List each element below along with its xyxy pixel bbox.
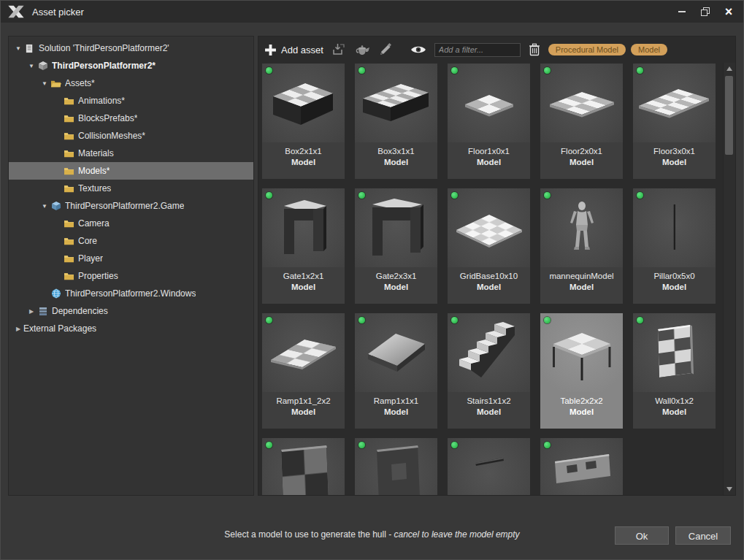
asset-tile-box3x1x1[interactable]: Box3x1x1 Model — [355, 64, 437, 179]
scrollbar[interactable] — [723, 63, 735, 495]
asset-name: GridBase10x10 — [448, 271, 530, 282]
folder-icon — [63, 254, 75, 264]
folder-icon — [63, 219, 75, 229]
expander-icon[interactable]: ▼ — [39, 203, 50, 210]
restore-button[interactable] — [694, 1, 717, 23]
expander-icon[interactable]: ▼ — [13, 45, 23, 52]
asset-thumbnail-image — [448, 188, 530, 267]
folder-icon — [63, 149, 75, 158]
tree-item-thirdpersonplatformer2[interactable]: ▼ ThirdPersonPlatformer2* — [9, 57, 253, 74]
status-dot-icon — [451, 192, 458, 199]
tree-item-models[interactable]: Models* — [9, 162, 253, 180]
status-dot-icon — [451, 317, 458, 323]
asset-thumbnail-image — [355, 313, 437, 392]
tree-item-label: CollisionMeshes* — [78, 131, 145, 141]
asset-tile-floor3x0x1[interactable]: Floor3x0x1 Model — [633, 64, 716, 179]
filter-tag-procedural-model[interactable]: Procedural Model — [548, 44, 626, 55]
tree-item-properties[interactable]: Properties — [9, 267, 253, 285]
asset-tile-floor1x0x1[interactable]: Floor1x0x1 Model — [448, 64, 530, 179]
tree-item-textures[interactable]: Textures — [9, 180, 253, 197]
asset-type: Model — [355, 282, 437, 293]
tree-item-camera[interactable]: Camera — [9, 215, 253, 232]
status-dot-icon — [358, 442, 365, 448]
asset-thumbnail — [262, 313, 345, 392]
tree-item-animations[interactable]: Animations* — [9, 92, 253, 110]
tree-item-solution-thirdpersonplatformer2[interactable]: ▼ Solution 'ThirdPersonPlatformer2' — [9, 39, 253, 57]
asset-tile[interactable] — [262, 438, 345, 495]
scroll-down-button[interactable] — [724, 483, 735, 495]
delete-filter-button[interactable] — [529, 43, 540, 56]
scroll-up-button[interactable] — [724, 63, 735, 74]
asset-tile-ramp1x1-2x2[interactable]: Ramp1x1_2x2 Model — [262, 313, 345, 429]
tree-item-label: Materials — [78, 148, 114, 158]
asset-tile-box2x1x1[interactable]: Box2x1x1 Model — [262, 64, 345, 179]
expander-icon[interactable]: ▼ — [26, 63, 37, 69]
asset-thumbnail-image — [540, 188, 623, 267]
asset-tile-gridbase10x10[interactable]: GridBase10x10 Model — [448, 188, 530, 304]
filter-tag-model[interactable]: Model — [631, 44, 667, 55]
asset-tile-floor2x0x1[interactable]: Floor2x0x1 Model — [540, 64, 623, 179]
ok-button[interactable]: Ok — [615, 526, 669, 545]
tree-item-assets[interactable]: ▼ Assets* — [9, 74, 253, 92]
asset-type: Model — [540, 407, 623, 418]
asset-tile-pillar0x5x0[interactable]: Pillar0x5x0 Model — [633, 188, 716, 304]
add-procedural-model-button[interactable] — [354, 44, 371, 56]
filter-input[interactable] — [434, 43, 521, 57]
tree-item-materials[interactable]: Materials — [9, 145, 253, 162]
tree-item-core[interactable]: Core — [9, 232, 253, 250]
asset-type: Model — [633, 407, 716, 418]
asset-tile-table2x2x2[interactable]: Table2x2x2 Model — [540, 313, 623, 429]
asset-type: Model — [540, 157, 623, 168]
tree-item-external-packages[interactable]: ▶ External Packages — [9, 320, 253, 337]
asset-tile-stairs1x1x2[interactable]: Stairs1x1x2 Model — [448, 313, 530, 429]
close-button[interactable]: × — [717, 1, 740, 23]
tree-item-dependencies[interactable]: ▶ Dependencies — [9, 302, 253, 320]
scrollbar-thumb[interactable] — [725, 76, 733, 155]
hint-italic: cancel to leave the model empty — [394, 529, 520, 540]
import-asset-button[interactable] — [331, 43, 346, 56]
asset-tile[interactable] — [448, 438, 530, 495]
expander-icon[interactable]: ▶ — [26, 308, 37, 315]
asset-tile-gate2x3x1[interactable]: Gate2x3x1 Model — [355, 188, 437, 304]
windows-icon — [50, 288, 62, 299]
asset-name: Wall0x1x2 — [633, 396, 716, 407]
asset-type: Model — [355, 407, 437, 418]
tree-item-player[interactable]: Player — [9, 250, 253, 267]
tree-item-label: Textures — [78, 183, 111, 193]
asset-name: Ramp1x1_2x2 — [262, 396, 345, 407]
asset-thumbnail — [262, 438, 345, 495]
asset-thumbnail — [262, 188, 345, 267]
teapot-icon — [354, 44, 371, 56]
tree-item-blocksprefabs[interactable]: BlocksPrefabs* — [9, 110, 253, 127]
asset-tile[interactable] — [540, 438, 623, 495]
asset-thumbnail — [540, 188, 623, 267]
tree-item-thirdpersonplatformer2-windows[interactable]: ThirdPersonPlatformer2.Windows — [9, 285, 253, 302]
asset-tile[interactable] — [355, 438, 437, 495]
cancel-button[interactable]: Cancel — [675, 526, 731, 545]
tree-item-collisionmeshes[interactable]: CollisionMeshes* — [9, 127, 253, 145]
asset-name: Floor3x0x1 — [633, 146, 716, 157]
tree-item-thirdpersonplatformer2-game[interactable]: ▼ ThirdPersonPlatformer2.Game — [9, 197, 253, 215]
asset-thumbnail — [448, 188, 530, 267]
add-asset-button[interactable]: Add asset — [264, 44, 323, 56]
asset-thumbnail-image — [355, 64, 437, 142]
folder-icon — [63, 166, 75, 176]
asset-thumbnail-image — [355, 438, 437, 495]
toggle-visibility-button[interactable] — [410, 45, 426, 55]
minimize-button[interactable] — [670, 1, 694, 23]
folder-icon — [63, 131, 75, 141]
tree-item-label: ThirdPersonPlatformer2.Game — [65, 201, 184, 211]
asset-thumbnail — [262, 64, 345, 142]
asset-tile-gate1x2x1[interactable]: Gate1x2x1 Model — [262, 188, 345, 304]
expander-icon[interactable]: ▶ — [13, 326, 23, 332]
asset-tile-wall0x1x2[interactable]: Wall0x1x2 Model — [633, 313, 716, 429]
folder-icon — [63, 237, 75, 246]
expander-icon[interactable]: ▼ — [39, 80, 50, 87]
asset-tile-mannequinmodel[interactable]: mannequinModel Model — [540, 188, 623, 304]
edit-asset-button[interactable] — [379, 43, 392, 56]
asset-type: Model — [633, 282, 716, 293]
asset-name: Box2x1x1 — [262, 146, 345, 157]
asset-thumbnail — [448, 313, 530, 392]
solution-icon — [23, 44, 36, 53]
asset-tile-ramp1x1x1[interactable]: Ramp1x1x1 Model — [355, 313, 437, 429]
